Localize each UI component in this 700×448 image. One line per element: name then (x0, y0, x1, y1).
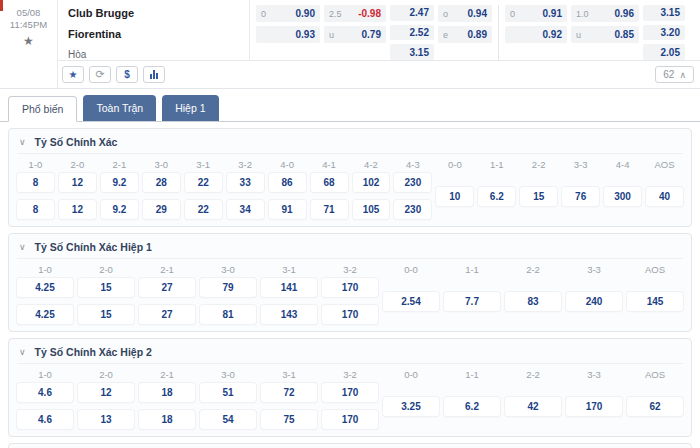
odds-cell[interactable]: 4.6 (17, 410, 73, 429)
odds-cell[interactable]: 230 (394, 173, 431, 192)
odds-cell[interactable]: 4.6 (17, 383, 73, 402)
odds-cell[interactable]: 8 (17, 200, 54, 219)
score-column-label: 2-2 (505, 262, 561, 278)
odds-cell[interactable]: 9.2 (101, 200, 138, 219)
odds-cell[interactable]: 4.25 (17, 278, 73, 297)
odds-cell[interactable]: 170 (322, 383, 378, 402)
odds-cell[interactable]: 83 (505, 292, 561, 311)
odds-cell[interactable]: 62 (627, 397, 683, 416)
odds-cell[interactable]: 230 (394, 200, 431, 219)
handicap-full-market: 00.900.93 (256, 5, 320, 60)
score-column-label: 1-0 (17, 367, 73, 383)
refresh-button[interactable]: ⟳ (89, 66, 111, 83)
odds-cell[interactable]: 240 (566, 292, 622, 311)
odds-cell[interactable]: 6.2 (478, 187, 515, 206)
odds-cell[interactable]: u0.79 (324, 26, 386, 43)
odds-cell[interactable]: 9.2 (101, 173, 138, 192)
score-column-label: 4-4 (604, 157, 641, 173)
odds-cell[interactable]: 300 (604, 187, 641, 206)
odds-cell[interactable]: 2.54 (383, 292, 439, 311)
odds-cell[interactable]: e0.89 (438, 26, 492, 43)
odds-cell[interactable]: 2.52 (390, 25, 434, 41)
odds-cell[interactable]: 42 (505, 397, 561, 416)
odds-cell[interactable]: 76 (562, 187, 599, 206)
odds-cell[interactable]: 27 (139, 278, 195, 297)
score-section: ∨Tỷ Số Chính Xác Hiệp 21-04.64.62-012132… (8, 338, 692, 437)
odds-cell[interactable]: 86 (269, 173, 306, 192)
score-column: 3-05154 (200, 367, 256, 429)
odds-cell[interactable]: 27 (139, 305, 195, 324)
odds-cell[interactable]: 3.25 (383, 397, 439, 416)
odds-cell[interactable]: 12 (78, 383, 134, 402)
odds-cell[interactable]: 170 (566, 397, 622, 416)
odds-cell[interactable]: 1.00.96 (571, 5, 639, 22)
odds-cell[interactable]: 0.92 (505, 26, 567, 43)
odds-cell[interactable]: u0.85 (571, 26, 639, 43)
odds-cell[interactable]: 15 (520, 187, 557, 206)
favorite-star-icon[interactable]: ★ (0, 35, 57, 47)
odds-cell[interactable]: 33 (227, 173, 264, 192)
market-count-toggle[interactable]: 62 ∧ (655, 66, 694, 83)
odds-cell[interactable]: 0.93 (256, 26, 320, 43)
odds-cell[interactable]: 00.91 (505, 5, 567, 22)
odds-cell[interactable]: 51 (200, 383, 256, 402)
odds-cell[interactable]: 105 (353, 200, 390, 219)
odds-cell[interactable]: 18 (139, 410, 195, 429)
odds-cell[interactable]: 22 (185, 200, 222, 219)
odds-cell[interactable]: 22 (185, 173, 222, 192)
odds-cell[interactable]: 6.2 (444, 397, 500, 416)
score-section-header[interactable]: ∨Tỷ Số Chính Xác Hiệp 1 (17, 238, 683, 259)
odds-cell[interactable]: o0.94 (438, 5, 492, 22)
odds-cell[interactable]: 54 (200, 410, 256, 429)
odds-cell[interactable]: 29 (143, 200, 180, 219)
statistics-button[interactable] (143, 66, 165, 83)
odds-cell[interactable]: 7.7 (444, 292, 500, 311)
odds-cell[interactable]: 13 (78, 410, 134, 429)
odds-cell[interactable]: 40 (646, 187, 683, 206)
odds-cell[interactable]: 12 (59, 173, 96, 192)
tab-hiep-1[interactable]: Hiệp 1 (162, 95, 218, 121)
odds-cell[interactable]: 15 (78, 278, 134, 297)
score-section-header[interactable]: ∨Tỷ Số Chính Xác Hiệp 2 (17, 343, 683, 364)
odds-cell[interactable]: 2.05 (643, 44, 685, 60)
odds-cell[interactable]: 170 (322, 278, 378, 297)
odds-cell[interactable]: 00.90 (256, 5, 320, 22)
odds-cell[interactable]: 10 (436, 187, 473, 206)
odds-cell[interactable]: 170 (322, 305, 378, 324)
odds-cell[interactable]: 3.15 (643, 5, 685, 21)
odds-cell[interactable]: 8 (17, 173, 54, 192)
score-column: 1-16.2 (478, 157, 515, 219)
odds-cell[interactable]: 81 (200, 305, 256, 324)
odds-cell[interactable]: 15 (78, 305, 134, 324)
odds-cell[interactable]: 72 (261, 383, 317, 402)
odds-cell[interactable]: 68 (311, 173, 348, 192)
odds-cell[interactable]: 79 (200, 278, 256, 297)
odds-cell[interactable]: 3.20 (643, 25, 685, 41)
odds-cell-value: 3.15 (661, 7, 680, 18)
tab-toan-tran[interactable]: Toàn Trận (83, 95, 156, 121)
odds-cell[interactable]: 2.5-0.98 (324, 5, 386, 22)
odds-cell[interactable]: 71 (311, 200, 348, 219)
odds-cell[interactable]: 28 (143, 173, 180, 192)
odds-cell[interactable]: 91 (269, 200, 306, 219)
odds-cell[interactable]: 34 (227, 200, 264, 219)
odds-cell[interactable]: 170 (322, 410, 378, 429)
odds-cell[interactable]: 141 (261, 278, 317, 297)
odds-cell[interactable]: 145 (627, 292, 683, 311)
score-column: 3-02829 (143, 157, 180, 219)
favorite-button[interactable]: ★ (62, 66, 84, 83)
odds-cell[interactable]: 4.25 (17, 305, 73, 324)
away-team-name: Fiorentina (68, 28, 249, 41)
cashout-button[interactable]: $ (116, 66, 138, 83)
odds-cell[interactable]: 12 (59, 200, 96, 219)
odds-cell[interactable]: 18 (139, 383, 195, 402)
score-section-header[interactable]: ∨Tỷ Số Chính Xác (17, 133, 683, 154)
odds-cell-value: 2.52 (410, 27, 429, 38)
odds-cell[interactable]: 143 (261, 305, 317, 324)
tab-pho-bien[interactable]: Phổ biến (8, 96, 77, 122)
odds-cell[interactable]: 3.15 (390, 44, 434, 60)
odds-cell[interactable]: 2.47 (390, 5, 434, 21)
odds-cell[interactable]: 102 (353, 173, 390, 192)
score-column: 1-04.64.6 (17, 367, 73, 429)
odds-cell[interactable]: 75 (261, 410, 317, 429)
